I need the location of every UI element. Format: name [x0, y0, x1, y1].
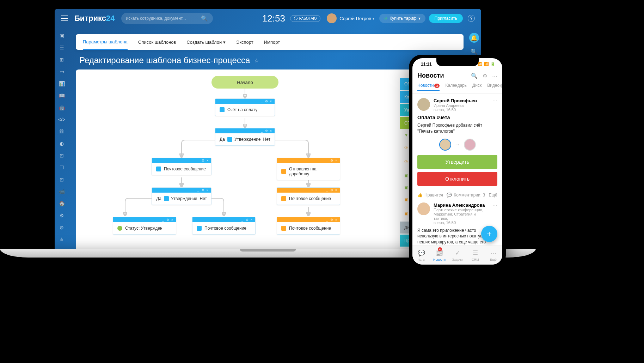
tab-create-template[interactable]: Создать шаблон ▾: [186, 35, 225, 49]
rail-item-icon[interactable]: </>: [59, 117, 65, 122]
rail-item-icon[interactable]: ⊘: [59, 225, 65, 230]
flow-canvas[interactable]: Начало _⚙× Счёт на оплату _⚙× ДаУтвержде…: [76, 69, 397, 249]
tab-template-params[interactable]: Параметры шаблона: [83, 35, 128, 50]
search-icon[interactable]: 🔍: [471, 73, 478, 79]
tab-export[interactable]: Экспорт: [236, 35, 253, 49]
flow-node-status-approved[interactable]: _⚙× Статус: Утвержден: [113, 217, 176, 235]
user-name[interactable]: Сергей Петров: [339, 16, 371, 21]
rail-item-icon[interactable]: ▣: [59, 33, 65, 38]
mobile-tab-news[interactable]: Новости3: [417, 83, 440, 91]
buy-plan-button[interactable]: Купить тариф ▾: [379, 14, 425, 23]
crm-icon: ☰: [473, 249, 478, 257]
rail-item-icon[interactable]: ⚙: [59, 213, 65, 218]
nav-more[interactable]: ⋯Ещё: [484, 246, 502, 265]
tab-template-list[interactable]: Список шаблонов: [138, 35, 176, 49]
post-recipient: Партнерские конференции, Маркетинг, Стра…: [434, 208, 489, 220]
hamburger-icon[interactable]: [61, 16, 68, 21]
rail-item-icon[interactable]: 📊: [59, 81, 65, 86]
close-icon[interactable]: ×: [269, 100, 272, 103]
mobile-page-title: Новости: [417, 72, 444, 79]
more-link[interactable]: Ещё: [489, 193, 497, 198]
reject-button[interactable]: Отклонить: [417, 172, 497, 186]
rail-item-icon[interactable]: ☐: [59, 165, 65, 170]
settings-icon[interactable]: ⚙: [265, 100, 268, 103]
rail-item-icon[interactable]: ⊡: [59, 153, 65, 158]
rail-item-icon[interactable]: ▭: [59, 69, 65, 74]
more-icon[interactable]: ⋯: [492, 73, 497, 79]
rail-item-icon[interactable]: 🏛: [59, 129, 65, 134]
more-icon[interactable]: ⋯: [492, 98, 497, 112]
tab-import[interactable]: Импорт: [264, 35, 280, 49]
rail-item-icon[interactable]: ☰: [59, 45, 65, 50]
post-recipient: Ирина Андреева: [434, 103, 489, 108]
rail-item-icon[interactable]: 📖: [59, 93, 65, 98]
notifications-icon[interactable]: 🔔: [469, 33, 479, 43]
work-status-pill[interactable]: РАБОТАЮ: [290, 15, 320, 22]
rail-item-icon[interactable]: ⊡: [59, 177, 65, 182]
phone-mockup: 11:11 📶📶🔋 Новости 🔍 ⚙ ⋯ Новости3 Календа…: [409, 55, 506, 268]
rail-item-icon[interactable]: 🏠: [59, 201, 65, 206]
clock: 12:53: [262, 13, 285, 24]
help-icon[interactable]: ?: [468, 15, 475, 22]
comments-button[interactable]: 💬 Комментарии: 3: [447, 193, 485, 198]
filter-icon[interactable]: ⚙: [483, 73, 487, 79]
nav-chats[interactable]: 💬Чаты: [412, 246, 430, 265]
mobile-tab-calendar[interactable]: Календарь: [445, 83, 467, 91]
mobile-tab-disk[interactable]: Диск: [472, 83, 482, 91]
minimize-icon[interactable]: _: [260, 100, 263, 103]
arrow-right-icon: →: [455, 141, 460, 148]
more-icon: ⋯: [490, 249, 496, 257]
nav-tasks[interactable]: ✓Задачи: [448, 246, 466, 265]
post-text: Сергей Прокофьев добавил счёт "Печать ка…: [417, 122, 497, 134]
flow-node-mail-1[interactable]: _⚙× Почтовое сообщение: [152, 158, 211, 175]
battery-icon: 🔋: [490, 62, 495, 66]
rail-item-icon[interactable]: ⋔: [59, 237, 65, 242]
search-box[interactable]: 🔍: [121, 13, 213, 24]
bottom-nav: 💬Чаты 📰Новости4 ✓Задачи ☰CRM ⋯Ещё: [412, 246, 502, 265]
mobile-tabs: Новости3 Календарь Диск Видео1: [412, 83, 502, 94]
chevron-down-icon[interactable]: ▾: [373, 17, 374, 20]
flow-node-approval-1[interactable]: _⚙× ДаУтверждениеНет: [215, 128, 275, 146]
document-icon: [197, 226, 202, 231]
tabs-bar: Параметры шаблона Список шаблонов Создат…: [76, 34, 464, 50]
post-time: вчера, 16:50: [434, 108, 489, 112]
rail-item-icon[interactable]: ◐: [59, 141, 65, 146]
rail-item-icon[interactable]: 📹: [59, 189, 65, 194]
nav-news[interactable]: 📰Новости4: [430, 246, 448, 265]
left-rail: ▣ ☰ ⊞ ▭ 📊 📖 🤖 </> 🏛 ◐ ⊡ ☐ ⊡ 📹 🏠 ⚙ ⊘ ⋔ ⊞ …: [55, 28, 69, 249]
nav-crm[interactable]: ☰CRM: [466, 246, 484, 265]
flow-node-mail-4[interactable]: _⚙× Почтовое сообщение: [277, 217, 340, 235]
avatar[interactable]: [439, 139, 451, 151]
user-avatar[interactable]: [327, 13, 337, 23]
page-title: Редактирование шаблона бизнес-процесса ☆: [79, 55, 259, 65]
search-input[interactable]: [126, 16, 201, 21]
flow-start-node[interactable]: Начало: [211, 76, 278, 89]
post-author: Сергей Прокофьев: [434, 98, 489, 103]
feed-post: Сергей Прокофьев Ирина Андреева вчера, 1…: [417, 98, 497, 198]
rail-item-icon[interactable]: 🤖: [59, 105, 65, 110]
flow-node-invoice[interactable]: _⚙× Счёт на оплату: [215, 98, 275, 116]
flow-node-mail-2[interactable]: _⚙× Почтовое сообщение: [277, 187, 340, 205]
signal-icon: 📶: [478, 62, 483, 66]
avatar[interactable]: [417, 202, 430, 215]
post-title: Оплата счёта: [417, 115, 497, 120]
post-author: Марина Александрова: [434, 202, 489, 208]
flow-node-approval-2[interactable]: _⚙× ДаУтверждениеНет: [152, 187, 211, 205]
right-rail: 🔔 🔍: [467, 28, 481, 55]
avatar[interactable]: [417, 98, 430, 111]
approval-flow: →: [417, 139, 497, 151]
avatar[interactable]: [464, 139, 476, 151]
search-icon[interactable]: 🔍: [201, 15, 208, 22]
more-icon[interactable]: ⋯: [492, 202, 497, 225]
flow-node-mail-3[interactable]: _⚙× Почтовое сообщение: [192, 217, 256, 235]
rail-item-icon[interactable]: ⊞: [59, 57, 65, 62]
fab-add-button[interactable]: +: [481, 226, 497, 242]
like-button[interactable]: 👍 Нравится: [417, 193, 443, 198]
document-icon: [164, 196, 169, 201]
invite-button[interactable]: Пригласить: [429, 14, 463, 23]
flow-node-rework[interactable]: _⚙× Отправлен на доработку: [277, 158, 340, 180]
approve-button[interactable]: Утвердить: [417, 155, 497, 169]
favorite-star-icon[interactable]: ☆: [254, 57, 259, 64]
search-icon[interactable]: 🔍: [471, 48, 478, 55]
mobile-tab-video[interactable]: Видео1: [487, 83, 502, 91]
